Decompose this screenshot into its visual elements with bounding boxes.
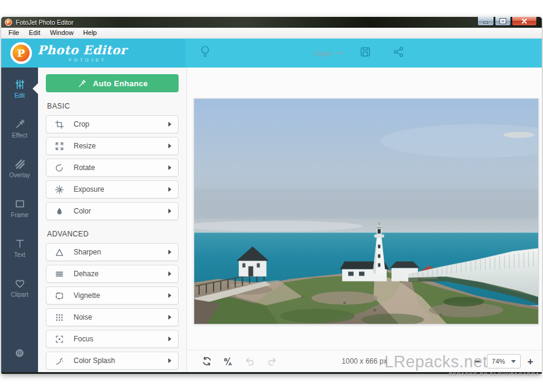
app-icon: P xyxy=(5,19,12,26)
app-header: P Photo Editor FOTOJET Open xyxy=(1,39,542,68)
sidebar-item-text[interactable]: Text xyxy=(1,228,38,268)
logo-title: Photo Editor xyxy=(37,44,127,56)
tool-focus[interactable]: Focus xyxy=(46,330,179,348)
photo-lighthouse-coast[interactable] xyxy=(194,98,539,324)
chevron-right-icon xyxy=(168,271,171,276)
chevron-right-icon xyxy=(168,358,171,363)
canvas-area: B A xyxy=(187,68,542,372)
settings-button[interactable] xyxy=(1,347,38,359)
brush-icon xyxy=(54,356,65,366)
sidebar-label: Overlay xyxy=(9,172,30,179)
diagonal-stripes-icon xyxy=(14,158,26,170)
tool-crop[interactable]: Crop xyxy=(46,115,179,133)
auto-enhance-button[interactable]: Auto Enhance xyxy=(46,74,179,92)
tool-exposure[interactable]: Exposure xyxy=(46,180,179,198)
zoom-level-value: 74% xyxy=(492,358,505,365)
chevron-right-icon xyxy=(168,187,171,192)
section-title-advanced: ADVANCED xyxy=(47,230,177,238)
tool-vignette[interactable]: Vignette xyxy=(46,286,179,305)
rotate-icon xyxy=(54,163,65,173)
sidebar-item-clipart[interactable]: Clipart xyxy=(1,268,38,308)
section-title-basic: BASIC xyxy=(47,102,177,110)
noise-dots-icon xyxy=(54,312,65,323)
chevron-right-icon xyxy=(168,144,171,148)
chevron-right-icon xyxy=(168,122,171,127)
tool-color-splash[interactable]: Color Splash xyxy=(46,352,179,370)
svg-text:B: B xyxy=(224,357,227,362)
edit-tool-panel: Auto Enhance BASIC Crop Resize Rotate xyxy=(38,68,187,372)
maximize-button[interactable] xyxy=(495,17,511,26)
redo-button[interactable] xyxy=(266,356,278,367)
auto-enhance-label: Auto Enhance xyxy=(93,79,148,88)
menu-edit[interactable]: Edit xyxy=(24,28,45,38)
chevron-right-icon xyxy=(168,337,171,341)
zoom-level-dropdown[interactable]: 74% xyxy=(487,354,521,368)
maximize-icon xyxy=(500,19,506,24)
magic-wand-icon xyxy=(14,118,26,130)
share-icon xyxy=(392,46,405,58)
resize-icon xyxy=(54,141,65,151)
chevron-right-icon xyxy=(168,165,171,170)
watermark-line1: LRepacks.net xyxy=(384,353,487,371)
exposure-icon xyxy=(54,185,65,195)
sidebar-label: Frame xyxy=(11,212,28,218)
before-after-icon: B A xyxy=(223,356,233,367)
dehaze-lines-icon xyxy=(54,269,65,279)
close-button[interactable] xyxy=(512,17,537,26)
sidebar-label: Clipart xyxy=(11,291,28,298)
chevron-down-icon xyxy=(337,52,342,55)
image-dimensions: 1000 x 666 px xyxy=(341,357,387,365)
menubar: File Edit Window Help xyxy=(1,28,542,39)
photo-image xyxy=(194,99,538,324)
sidebar-label: Text xyxy=(14,251,25,258)
sidebar-item-overlay[interactable]: Overlay xyxy=(1,148,38,188)
header-toolbar: Open xyxy=(185,39,542,68)
tool-color[interactable]: Color xyxy=(46,202,179,220)
menu-help[interactable]: Help xyxy=(78,28,102,38)
chevron-right-icon xyxy=(168,293,171,298)
crop-icon xyxy=(54,119,65,130)
logo-area: P Photo Editor FOTOJET xyxy=(1,39,185,68)
canvas-statusbar: B A xyxy=(187,350,542,372)
close-icon xyxy=(521,18,527,24)
color-drop-icon xyxy=(54,206,65,217)
compare-original-button[interactable] xyxy=(202,356,212,367)
active-panel-notch xyxy=(33,83,38,94)
sharpen-triangle-icon xyxy=(54,247,65,258)
menu-file[interactable]: File xyxy=(4,28,24,38)
chevron-right-icon xyxy=(168,209,171,213)
zoom-in-button[interactable]: + xyxy=(527,356,533,367)
sidebar-item-frame[interactable]: Frame xyxy=(1,188,38,228)
save-icon xyxy=(359,46,372,58)
tips-button[interactable] xyxy=(198,45,212,62)
before-after-button[interactable]: B A xyxy=(223,356,233,367)
share-button[interactable] xyxy=(392,46,405,61)
menu-window[interactable]: Window xyxy=(45,28,78,38)
save-button[interactable] xyxy=(359,46,372,61)
tool-dehaze[interactable]: Dehaze xyxy=(46,265,179,283)
screenshot-stage: P FotoJet Photo Editor File Edit Window … xyxy=(0,0,543,392)
heart-icon xyxy=(14,277,26,289)
auto-enhance-wand-icon xyxy=(77,78,87,89)
tool-rotate[interactable]: Rotate xyxy=(46,159,179,177)
minimize-button[interactable] xyxy=(477,17,494,26)
tool-resize[interactable]: Resize xyxy=(46,137,179,155)
sidebar-item-effect[interactable]: Effect xyxy=(1,109,38,148)
text-icon xyxy=(14,238,26,250)
undo-icon xyxy=(244,356,256,367)
sliders-icon xyxy=(14,78,26,90)
open-button[interactable]: Open xyxy=(313,39,342,68)
svg-text:A: A xyxy=(228,361,232,367)
tool-sharpen[interactable]: Sharpen xyxy=(46,243,179,261)
vignette-icon xyxy=(54,291,65,301)
window-titlebar[interactable]: P FotoJet Photo Editor xyxy=(1,17,542,28)
window-title: FotoJet Photo Editor xyxy=(16,19,74,26)
tool-noise[interactable]: Noise xyxy=(46,308,179,326)
chevron-down-icon xyxy=(511,360,516,363)
logo-subtitle: FOTOJET xyxy=(37,57,127,63)
undo-button[interactable] xyxy=(244,356,256,367)
chevron-right-icon xyxy=(168,250,171,254)
sidebar: Edit Effect Overlay xyxy=(1,68,38,372)
focus-icon xyxy=(54,334,65,344)
sidebar-label: Effect xyxy=(12,132,27,139)
